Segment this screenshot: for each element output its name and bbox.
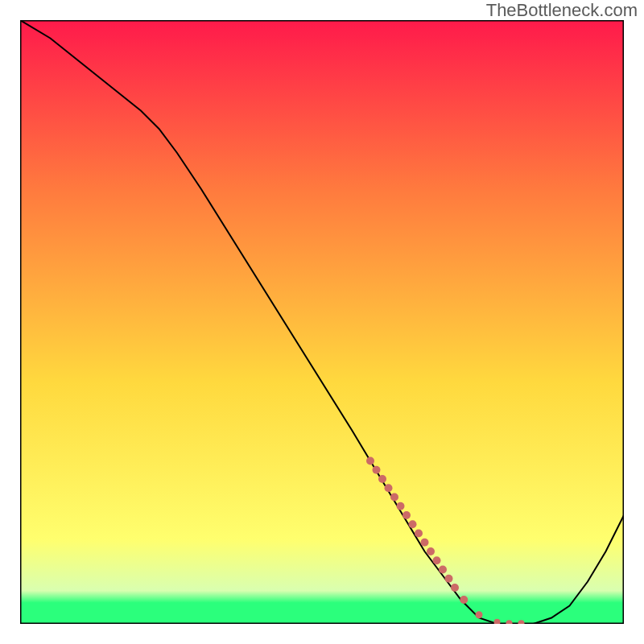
marker-dot: [476, 611, 483, 618]
marker-dot: [409, 520, 417, 528]
marker-dot: [421, 539, 429, 547]
marker-dot: [451, 584, 459, 592]
marker-dot: [378, 475, 386, 483]
marker-dot: [427, 547, 435, 555]
plot-background: [20, 20, 624, 624]
marker-dot: [460, 596, 468, 604]
marker-dot: [433, 556, 441, 564]
marker-dot: [415, 530, 423, 538]
chart-frame: TheBottleneck.com: [0, 0, 644, 644]
marker-dot: [390, 493, 398, 502]
marker-dot: [366, 457, 374, 465]
marker-dot: [385, 484, 393, 492]
marker-dot: [439, 566, 447, 574]
marker-dot: [402, 511, 411, 519]
bottleneck-plot: [20, 20, 624, 624]
marker-dot: [373, 466, 381, 474]
marker-dot: [397, 502, 405, 510]
watermark-label: TheBottleneck.com: [486, 0, 638, 21]
marker-dot: [445, 575, 453, 583]
